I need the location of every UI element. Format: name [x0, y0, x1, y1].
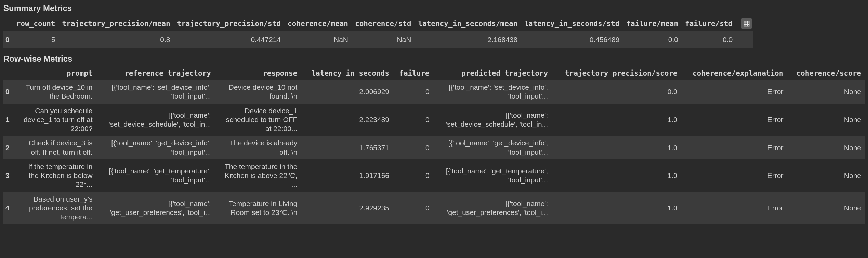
- cell: [{'tool_name': 'get_temperature','tool_i…: [96, 159, 214, 192]
- cell: Error: [681, 192, 787, 224]
- table-row: 2Check if device_3 isoff. If not, turn i…: [3, 136, 865, 159]
- summary-cell: 2.168438: [415, 31, 521, 48]
- summary-cell-empty: [736, 31, 753, 48]
- cell: Error: [681, 159, 787, 192]
- cell: Error: [681, 80, 787, 104]
- col-coherence-std: coherence/std: [352, 16, 415, 31]
- table-row: 4Based on user_y'spreferences, set thete…: [3, 192, 865, 224]
- cell: 0: [393, 136, 433, 159]
- col-prompt: prompt: [14, 66, 96, 80]
- col-row_count: row_count: [13, 16, 59, 31]
- cell: [{'tool_name':'get_user_preferences', 't…: [96, 192, 214, 224]
- summary-cell: NaN: [352, 31, 415, 48]
- cell: [{'tool_name': 'get_device_info','tool_i…: [96, 136, 214, 159]
- summary-cell: 0.456489: [521, 31, 623, 48]
- rowwise-header-row: prompt reference_trajectory response lat…: [3, 66, 865, 80]
- cell: None: [787, 192, 865, 224]
- col-failure-mean: failure/mean: [623, 16, 682, 31]
- cell: 0: [393, 192, 433, 224]
- row-idx: 0: [3, 80, 14, 104]
- cell: Temperature in LivingRoom set to 23°C. \…: [214, 192, 301, 224]
- cell: Check if device_3 isoff. If not, turn it…: [14, 136, 96, 159]
- cell: Based on user_y'spreferences, set thetem…: [14, 192, 96, 224]
- col-response: response: [214, 66, 301, 80]
- col-failure-std: failure/std: [682, 16, 736, 31]
- cell: [{'tool_name':'get_user_preferences', 't…: [433, 192, 551, 224]
- cell: [{'tool_name': 'get_temperature','tool_i…: [433, 159, 551, 192]
- svg-rect-0: [744, 21, 749, 26]
- table-row: 3If the temperature inthe Kitchen is bel…: [3, 159, 865, 192]
- summary-index-header: [3, 16, 13, 31]
- summary-cell: 0.447214: [174, 31, 284, 48]
- rowwise-title: Row-wise Metrics: [3, 54, 865, 64]
- cell: Error: [681, 136, 787, 159]
- cell: 0: [393, 159, 433, 192]
- cell: The temperature in theKitchen is above 2…: [214, 159, 301, 192]
- col-latency-std: latency_in_seconds/std: [521, 16, 623, 31]
- cell: 1.0: [551, 192, 681, 224]
- summary-title: Summary Metrics: [3, 3, 865, 13]
- rowwise-metrics-section: Row-wise Metrics prompt reference_trajec…: [3, 54, 865, 224]
- col-coherence-explanation: coherence/explanation: [681, 66, 787, 80]
- cell: None: [787, 136, 865, 159]
- cell: None: [787, 80, 865, 104]
- cell: Error: [681, 104, 787, 136]
- row-idx: 3: [3, 159, 14, 192]
- row-idx: 2: [3, 136, 14, 159]
- col-coherence-mean: coherence/mean: [284, 16, 352, 31]
- cell: 0: [393, 104, 433, 136]
- cell: [{'tool_name':'set_device_schedule', 'to…: [96, 104, 214, 136]
- cell: 2.006929: [301, 80, 393, 104]
- cell: 1.0: [551, 159, 681, 192]
- cell: None: [787, 104, 865, 136]
- table-row: 1Can you scheduledevice_1 to turn off at…: [3, 104, 865, 136]
- summary-tool-header: [736, 16, 753, 31]
- summary-header-row: row_count trajectory_precision/mean traj…: [3, 16, 753, 31]
- rowwise-table: prompt reference_trajectory response lat…: [3, 66, 865, 224]
- summary-cell: NaN: [284, 31, 352, 48]
- table-row: 0Turn off device_10 inthe Bedroom.[{'too…: [3, 80, 865, 104]
- cell: 1.0: [551, 136, 681, 159]
- row-idx: 4: [3, 192, 14, 224]
- summary-cell: 0.0: [682, 31, 736, 48]
- cell: 2.929235: [301, 192, 393, 224]
- cell: 0.0: [551, 80, 681, 104]
- cell: Device device_10 notfound. \n: [214, 80, 301, 104]
- cell: Device device_1scheduled to turn OFFat 2…: [214, 104, 301, 136]
- col-reference_trajectory: reference_trajectory: [96, 66, 214, 80]
- cell: If the temperature inthe Kitchen is belo…: [14, 159, 96, 192]
- col-trajectory_precision-mean: trajectory_precision/mean: [58, 16, 173, 31]
- summary-row: 0 5 0.8 0.447214 NaN NaN 2.168438 0.4564…: [3, 31, 753, 48]
- cell: 2.223489: [301, 104, 393, 136]
- summary-cell: 0.0: [623, 31, 682, 48]
- cell: Can you scheduledevice_1 to turn off at2…: [14, 104, 96, 136]
- cell: None: [787, 159, 865, 192]
- cell: Turn off device_10 inthe Bedroom.: [14, 80, 96, 104]
- row-idx: 1: [3, 104, 14, 136]
- table-grid-icon[interactable]: [741, 18, 752, 29]
- col-coherence-score: coherence/score: [787, 66, 865, 80]
- col-failure: failure: [393, 66, 433, 80]
- cell: The device is alreadyoff. \n: [214, 136, 301, 159]
- col-latency_in_seconds: latency_in_seconds: [301, 66, 393, 80]
- cell: 0: [393, 80, 433, 104]
- summary-table: row_count trajectory_precision/mean traj…: [3, 16, 753, 48]
- summary-cell: 0.8: [58, 31, 173, 48]
- col-predicted_trajectory: predicted_trajectory: [433, 66, 551, 80]
- cell: 1.917166: [301, 159, 393, 192]
- summary-metrics-section: Summary Metrics row_count trajectory_pre…: [3, 3, 865, 48]
- cell: [{'tool_name': 'get_device_info','tool_i…: [433, 136, 551, 159]
- rowwise-index-header: [3, 66, 14, 80]
- col-trajectory_precision-score: trajectory_precision/score: [551, 66, 681, 80]
- summary-cell: 5: [13, 31, 59, 48]
- cell: [{'tool_name': 'set_device_info','tool_i…: [96, 80, 214, 104]
- col-latency-mean: latency_in_seconds/mean: [415, 16, 521, 31]
- summary-row-idx: 0: [3, 31, 13, 48]
- cell: [{'tool_name': 'set_device_info','tool_i…: [433, 80, 551, 104]
- cell: 1.0: [551, 104, 681, 136]
- col-trajectory_precision-std: trajectory_precision/std: [174, 16, 284, 31]
- cell: 1.765371: [301, 136, 393, 159]
- cell: [{'tool_name':'set_device_schedule', 'to…: [433, 104, 551, 136]
